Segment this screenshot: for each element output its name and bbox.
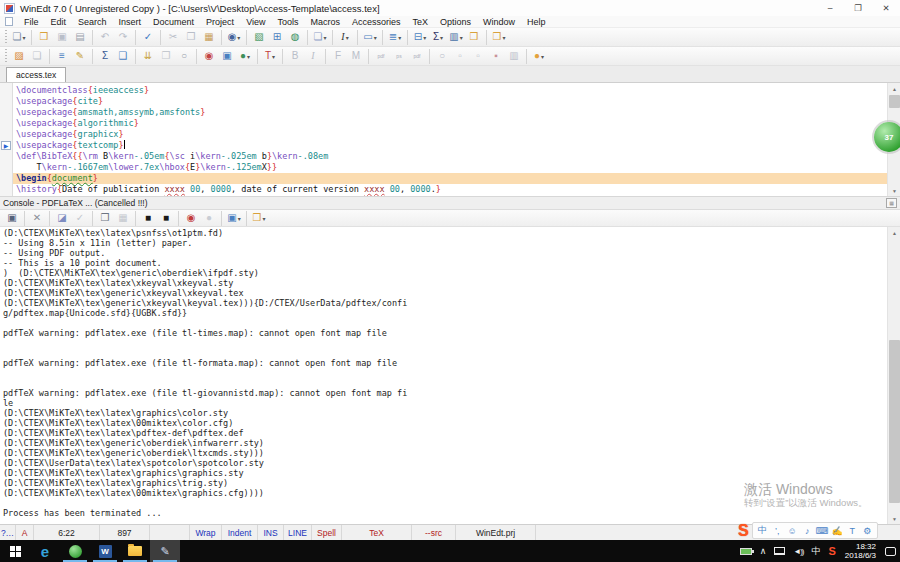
menu-macros[interactable]: Macros xyxy=(305,17,347,27)
start-button[interactable] xyxy=(0,540,30,562)
editor-scroll-thumb[interactable] xyxy=(889,95,900,108)
dropdown-arrow-icon[interactable]: ▾ xyxy=(323,34,326,41)
scroll-up-icon[interactable]: ▲ xyxy=(888,227,900,238)
redo-button[interactable]: ↷ xyxy=(115,29,131,45)
menu-tools[interactable]: Tools xyxy=(271,17,304,27)
menu-insert[interactable]: Insert xyxy=(113,17,148,27)
bibliography-button[interactable]: ▥▾ xyxy=(448,29,464,45)
italic-button[interactable]: I▾ xyxy=(337,29,353,45)
editor-code[interactable]: \documentclass{ieeeaccess}\usepackage{ci… xyxy=(13,83,887,196)
list-button[interactable]: ≣▾ xyxy=(387,29,403,45)
texify-run-button[interactable]: ⇊ xyxy=(140,48,156,64)
status-line-count[interactable]: 897 xyxy=(100,525,150,540)
pdf-preview-button[interactable]: ▣ xyxy=(219,48,235,64)
sogou-logo-icon[interactable]: S xyxy=(738,523,749,539)
code-line[interactable]: \usepackage{algorithmic} xyxy=(13,118,887,129)
copy-output-button[interactable]: ❐ xyxy=(158,48,174,64)
spell-check-button[interactable]: ✓ xyxy=(140,29,156,45)
code-line[interactable]: \history{Date of publication xxxx 00, 00… xyxy=(13,184,887,195)
paste-button[interactable]: ▦ xyxy=(201,29,217,45)
menu-search[interactable]: Search xyxy=(72,17,113,27)
dropdown-arrow-icon[interactable]: ▾ xyxy=(238,215,241,222)
gather-button[interactable]: ✎ xyxy=(72,48,88,64)
latex-button[interactable]: ❏ xyxy=(29,48,45,64)
pdf-texify-button[interactable]: T▾ xyxy=(262,48,278,64)
status-indent-toggle[interactable]: Indent xyxy=(222,525,258,540)
dropdown-arrow-icon[interactable]: ▾ xyxy=(262,215,265,222)
menu-file[interactable]: File xyxy=(18,17,45,27)
clear-console-button[interactable]: ◪ xyxy=(54,210,70,226)
code-line[interactable]: \usepackage{graphicx} xyxy=(13,129,887,140)
texify-button[interactable]: ▨ xyxy=(11,48,27,64)
output-folder-button[interactable]: ❒▾ xyxy=(251,210,267,226)
new-document-button[interactable]: ❏▾ xyxy=(11,29,27,45)
insert-table-button[interactable]: ⊞ xyxy=(269,29,285,45)
dvi2pdf-button[interactable]: pdf xyxy=(373,48,389,64)
sogou-tray-icon[interactable]: S xyxy=(825,540,840,562)
insert-image-button[interactable]: ▧ xyxy=(251,29,267,45)
dropdown-arrow-icon[interactable]: ▾ xyxy=(22,34,25,41)
status-src-toggle[interactable]: --src xyxy=(412,525,456,540)
options-folder-button[interactable]: ❒▾ xyxy=(491,29,507,45)
console-output[interactable]: (D:\CTEX\MiKTeX\tex\latex\psnfss\ot1ptm.… xyxy=(0,227,887,524)
menu-project[interactable]: Project xyxy=(200,17,240,27)
dropdown-arrow-icon[interactable]: ▾ xyxy=(374,34,377,41)
menu-tex[interactable]: TeX xyxy=(407,17,435,27)
dropdown-arrow-icon[interactable]: ▾ xyxy=(346,34,349,41)
math-button[interactable]: M xyxy=(348,48,364,64)
editor-pane[interactable]: ▶ \documentclass{ieeeaccess}\usepackage{… xyxy=(0,83,900,197)
status-language-indicator[interactable]: A xyxy=(16,525,34,540)
code-line[interactable]: \begin{document} xyxy=(13,173,887,184)
samples-folder-button[interactable]: ❒ xyxy=(466,29,482,45)
dvi-search-button[interactable]: ▫ xyxy=(452,48,468,64)
volume-icon[interactable]: ◄)) xyxy=(789,540,807,562)
copy-console-button[interactable]: ❐ xyxy=(97,210,113,226)
paste-console-button[interactable]: ▦ xyxy=(115,210,131,226)
dropdown-arrow-icon[interactable]: ▾ xyxy=(423,34,426,41)
maximize-button[interactable]: ❐ xyxy=(844,1,872,16)
find-button[interactable]: ◉▾ xyxy=(226,29,242,45)
preview-button[interactable]: ○ xyxy=(176,48,192,64)
insert-doc-button[interactable]: ❏▾ xyxy=(312,29,328,45)
menu-edit[interactable]: Edit xyxy=(45,17,73,27)
pdflatex-button[interactable]: ◉ xyxy=(201,48,217,64)
status-line-mode-toggle[interactable]: LINE xyxy=(284,525,312,540)
sum-button[interactable]: Σ xyxy=(97,48,113,64)
status-project-indicator[interactable]: WinEdt.prj xyxy=(456,525,536,540)
sogou-settings-button[interactable]: ⚙ xyxy=(860,526,875,536)
network-icon[interactable] xyxy=(770,540,789,562)
battery-icon[interactable] xyxy=(736,540,756,562)
word-taskbar-button[interactable]: W xyxy=(90,540,120,562)
status-mode-indicator[interactable]: TeX xyxy=(342,525,412,540)
code-line[interactable]: \documentclass{ieeeaccess} xyxy=(13,85,887,96)
file-explorer-taskbar-button[interactable] xyxy=(120,540,150,562)
ime-indicator[interactable]: 中 xyxy=(808,540,825,562)
minimize-button[interactable]: – xyxy=(816,1,844,16)
edge-taskbar-button[interactable]: e xyxy=(30,540,60,562)
font-button[interactable]: F xyxy=(330,48,346,64)
view-output-button[interactable]: ▣▾ xyxy=(226,210,242,226)
status-spell-toggle[interactable]: Spell xyxy=(312,525,342,540)
sogou-handwriting-button[interactable]: ✍ xyxy=(830,526,845,536)
sogou-emoji-button[interactable]: ☺ xyxy=(785,526,800,536)
save-button[interactable]: ▣ xyxy=(54,29,70,45)
sogou-voice-button[interactable]: ♪ xyxy=(800,526,815,536)
matrix-button[interactable]: ⊟▾ xyxy=(412,29,428,45)
tree-view-button[interactable]: ≡ xyxy=(54,48,70,64)
menu-window[interactable]: Window xyxy=(477,17,521,27)
acrobat-button[interactable]: ▪ xyxy=(488,48,504,64)
dvi2ps-button[interactable]: ps xyxy=(391,48,407,64)
sogou-skin-button[interactable]: T xyxy=(845,526,860,536)
status-wrap-toggle[interactable]: Wrap xyxy=(190,525,222,540)
open-file-button[interactable]: ❒ xyxy=(36,29,52,45)
dvi-print-button[interactable]: ▫ xyxy=(470,48,486,64)
console-header[interactable]: Console - PDFLaTeX ... (Cancelled !!!) ▦ xyxy=(0,197,900,210)
cut-button[interactable]: ✂ xyxy=(165,29,181,45)
tab-access-tex[interactable]: access.tex xyxy=(6,67,66,82)
dialog-button[interactable]: ❑ xyxy=(115,48,131,64)
dropdown-arrow-icon[interactable]: ▾ xyxy=(541,53,544,60)
action-center-button[interactable] xyxy=(881,540,900,562)
dropdown-arrow-icon[interactable]: ▾ xyxy=(272,53,275,60)
dropdown-arrow-icon[interactable]: ▾ xyxy=(440,34,443,41)
code-line[interactable]: \usepackage{amsmath,amssymb,amsfonts} xyxy=(13,107,887,118)
